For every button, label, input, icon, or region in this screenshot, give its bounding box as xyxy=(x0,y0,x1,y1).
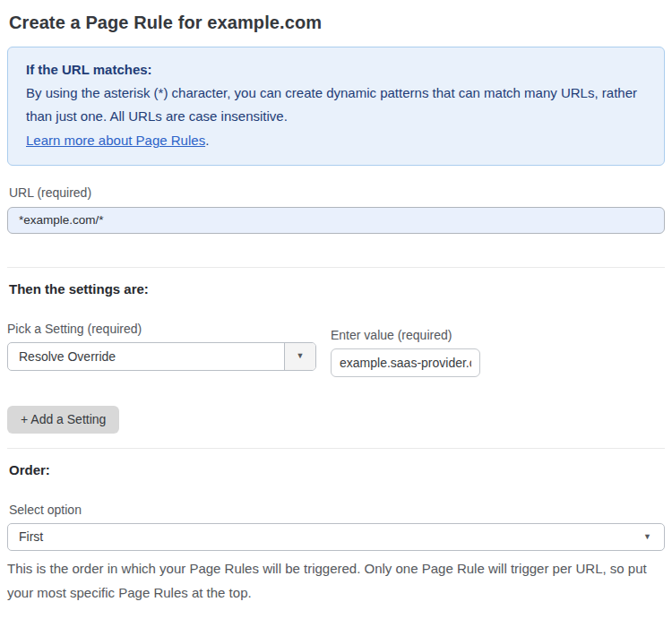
setting-value-column: Enter value (required) xyxy=(331,329,480,377)
add-setting-button[interactable]: + Add a Setting xyxy=(7,406,119,434)
learn-more-link[interactable]: Learn more about Page Rules xyxy=(26,133,205,148)
setting-picker-column: Pick a Setting (required) Resolve Overri… xyxy=(7,322,316,371)
link-suffix: . xyxy=(205,133,209,148)
url-field-label: URL (required) xyxy=(9,186,665,199)
order-select-value: First xyxy=(8,529,643,544)
info-box-link-line: Learn more about Page Rules. xyxy=(26,129,646,153)
order-select-label: Select option xyxy=(9,503,665,516)
setting-picker-select[interactable]: Resolve Override ▼ xyxy=(7,342,316,371)
page-title: Create a Page Rule for example.com xyxy=(9,13,665,33)
url-input[interactable] xyxy=(7,207,665,234)
url-match-info-box: If the URL matches: By using the asteris… xyxy=(7,47,665,166)
page-rule-form: Create a Page Rule for example.com If th… xyxy=(0,0,672,619)
info-box-body: By using the asterisk (*) character, you… xyxy=(26,82,646,129)
divider xyxy=(7,267,665,268)
settings-row: Pick a Setting (required) Resolve Overri… xyxy=(7,322,665,377)
divider xyxy=(7,448,665,449)
setting-picker-label: Pick a Setting (required) xyxy=(7,322,316,335)
setting-value-label: Enter value (required) xyxy=(331,329,480,341)
info-box-heading: If the URL matches: xyxy=(26,58,646,82)
setting-picker-arrow-button[interactable]: ▼ xyxy=(284,343,315,370)
settings-section-heading: Then the settings are: xyxy=(9,281,665,297)
chevron-down-icon: ▼ xyxy=(643,533,664,541)
order-section-heading: Order: xyxy=(9,462,665,477)
chevron-down-icon: ▼ xyxy=(297,352,305,360)
order-select[interactable]: First ▼ xyxy=(7,523,665,551)
setting-value-input[interactable] xyxy=(331,348,480,377)
order-help-text: This is the order in which your Page Rul… xyxy=(7,556,670,605)
setting-picker-value: Resolve Override xyxy=(8,349,284,364)
